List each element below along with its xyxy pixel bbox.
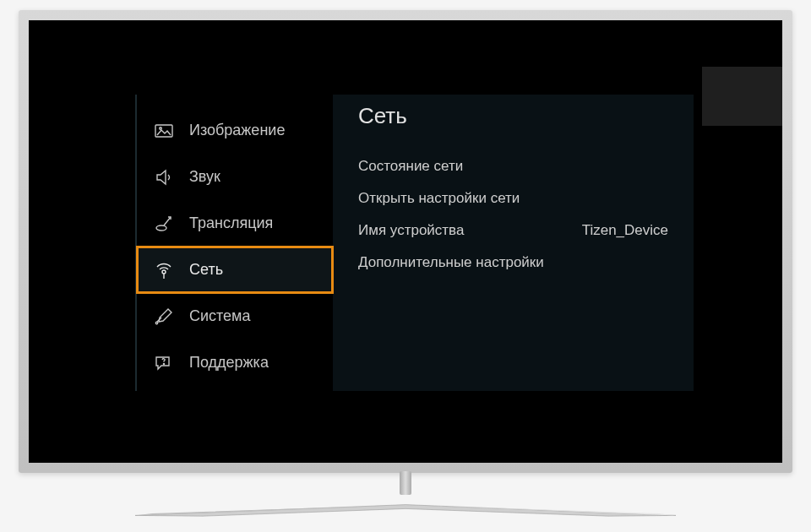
content-item-label: Имя устройства — [358, 222, 464, 239]
content-title: Сеть — [358, 103, 668, 129]
svg-point-2 — [156, 225, 166, 231]
sound-icon — [152, 166, 176, 189]
sidebar-item-sound[interactable]: Звук — [137, 154, 333, 200]
tv-stand-base — [135, 503, 676, 517]
content-item-label: Дополнительные настройки — [358, 254, 544, 271]
settings-sidebar: Изображение Звук — [135, 95, 333, 391]
system-icon — [152, 305, 176, 328]
sidebar-item-label: Поддержка — [189, 354, 269, 372]
svg-point-4 — [162, 270, 166, 274]
svg-line-3 — [164, 217, 171, 225]
sidebar-item-label: Звук — [189, 168, 220, 186]
sidebar-item-image[interactable]: Изображение — [137, 107, 333, 154]
content-item-label: Открыть настройки сети — [358, 190, 520, 207]
content-item-network-status[interactable]: Состояние сети — [358, 150, 668, 182]
content-item-advanced-settings[interactable]: Дополнительные настройки — [358, 247, 668, 279]
svg-point-7 — [163, 363, 164, 364]
sidebar-item-label: Система — [189, 307, 251, 325]
sidebar-item-label: Сеть — [189, 261, 223, 279]
decor-box — [702, 67, 782, 126]
sidebar-item-label: Изображение — [189, 122, 285, 139]
content-item-value: Tizen_Device — [582, 222, 668, 239]
sidebar-item-support[interactable]: Поддержка — [137, 339, 333, 386]
svg-point-6 — [155, 322, 157, 323]
image-icon — [152, 119, 176, 143]
content-panel: Сеть Состояние сети Открыть настройки се… — [333, 95, 694, 391]
svg-marker-8 — [135, 505, 676, 517]
content-item-device-name[interactable]: Имя устройства Tizen_Device — [358, 214, 668, 247]
svg-rect-0 — [155, 125, 172, 137]
content-item-label: Состояние сети — [358, 158, 463, 175]
sidebar-item-broadcast[interactable]: Трансляция — [137, 200, 333, 247]
content-item-open-network-settings[interactable]: Открыть настройки сети — [358, 182, 668, 214]
tv-stand-neck — [400, 471, 411, 495]
sidebar-item-system[interactable]: Система — [137, 293, 333, 339]
svg-point-1 — [160, 127, 162, 129]
settings-panel: Изображение Звук — [135, 95, 694, 391]
network-icon — [152, 258, 176, 282]
tv-screen: Изображение Звук — [29, 20, 782, 463]
sidebar-item-network[interactable]: Сеть — [137, 247, 333, 293]
broadcast-icon — [152, 212, 176, 236]
tv-stand — [110, 471, 701, 522]
sidebar-item-label: Трансляция — [189, 214, 273, 232]
tv-frame: Изображение Звук — [19, 10, 792, 473]
support-icon — [152, 351, 176, 375]
